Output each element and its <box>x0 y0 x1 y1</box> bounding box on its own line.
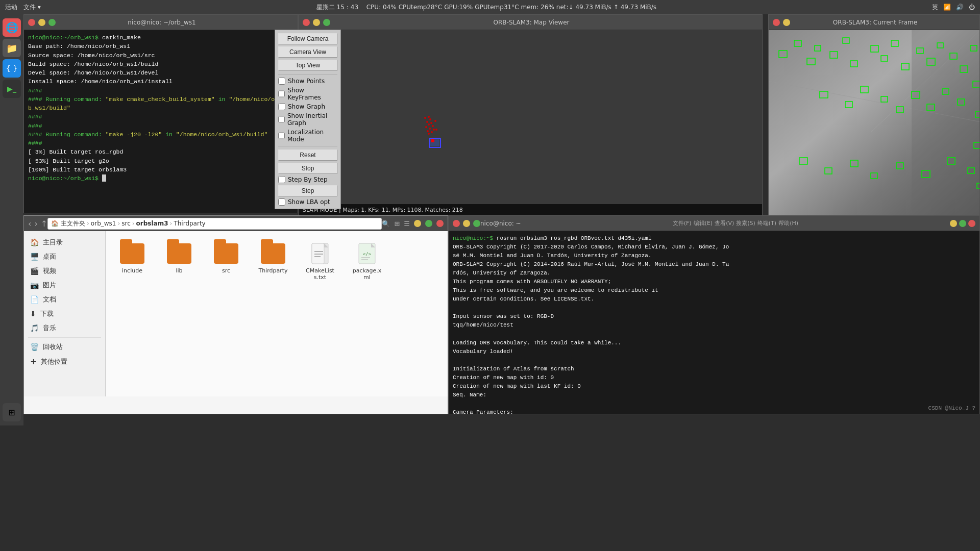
terminal2-menu-help[interactable]: 帮助(H) <box>778 219 798 227</box>
close-button-fm[interactable] <box>436 220 444 227</box>
file-manager-titlebar: ‹ › ↑ 🏠 主文件夹 › orb_ws1 › src › orbslam3 … <box>24 216 448 231</box>
power-icon[interactable]: ⏻ <box>969 4 975 11</box>
dock-item-browser[interactable]: 🌐 <box>3 18 21 37</box>
step-by-step-checkbox[interactable] <box>278 176 285 183</box>
file-manager-window: ‹ › ↑ 🏠 主文件夹 › orb_ws1 › src › orbslam3 … <box>23 215 448 414</box>
files-menu[interactable]: 文件 ▾ <box>23 3 41 12</box>
follow-camera-button[interactable]: Follow Camera <box>278 33 337 44</box>
reset-button[interactable]: Reset <box>278 149 337 161</box>
terminal2-menu-file[interactable]: 文件(F) <box>673 219 692 227</box>
terminal2-menu-terminal[interactable]: 终端(T) <box>757 219 776 227</box>
terminal2-menu-search[interactable]: 搜索(S) <box>736 219 755 227</box>
term-line-11: #### Running command: "make -j20 -l20" i… <box>28 130 293 139</box>
list-item[interactable]: Thirdparty <box>255 239 291 276</box>
camera-view-button[interactable]: Camera View <box>278 46 337 58</box>
sidebar-item-downloads[interactable]: ⬇️ 下载 <box>24 307 105 321</box>
sidebar-item-music[interactable]: 🎵 音乐 <box>24 321 105 335</box>
show-keyframes-checkbox[interactable] <box>278 90 285 97</box>
maximize-btn2[interactable] <box>959 220 966 227</box>
minimize-button-map-viewer[interactable] <box>313 19 320 26</box>
maximize-button-terminal-top[interactable] <box>48 19 56 26</box>
minimize-button-terminal-top[interactable] <box>38 19 45 26</box>
breadcrumb-orbslam3[interactable]: orbslam3 <box>136 220 168 227</box>
sidebar-item-documents[interactable]: 📄 文档 <box>24 292 105 307</box>
minimize-button-terminal-bottom[interactable] <box>463 220 470 227</box>
file-cmake-icon <box>308 241 332 266</box>
show-lba-opt-row: Show LBA opt <box>278 198 337 206</box>
step-button[interactable]: Step <box>278 185 337 196</box>
window-controls-current-frame <box>773 19 790 26</box>
sidebar-item-pictures[interactable]: 📷 图片 <box>24 278 105 292</box>
sidebar-item-trash[interactable]: 🗑️ 回收站 <box>24 340 105 354</box>
terminal-top-content[interactable]: nico@nico:~/orb_ws1$ catkin_make Base pa… <box>24 30 298 213</box>
close-button-current-frame[interactable] <box>773 19 780 26</box>
svg-point-15 <box>435 129 437 131</box>
dock-item-files[interactable]: 📁 <box>3 39 21 57</box>
svg-point-9 <box>433 129 435 131</box>
terminal2-menu-edit[interactable]: 编辑(E) <box>694 219 713 227</box>
terminal-bottom-titlebar: nico@nico: ~ 文件(F) 编辑(E) 查看(V) 搜索(S) 终端(… <box>449 216 979 231</box>
search-icon[interactable]: 🔍 <box>382 220 390 228</box>
sidebar-home-label: 主目录 <box>43 238 63 247</box>
breadcrumb-home[interactable]: 🏠 主文件夹 <box>51 219 85 228</box>
sidebar-item-desktop[interactable]: 🖥️ 桌面 <box>24 249 105 264</box>
lang-indicator[interactable]: 英 <box>932 3 938 12</box>
term-line-8: #### Running command: "make cmake_check_… <box>28 95 293 104</box>
minimize-btn2[interactable] <box>950 220 957 227</box>
t2-line-13: Creation of new map with id: 0 <box>453 373 975 382</box>
file-label-xml: package.xml <box>351 267 383 281</box>
current-frame-title: ORB-SLAM3: Current Frame <box>833 19 917 26</box>
svg-point-8 <box>429 128 431 130</box>
list-item[interactable]: </> package.xml <box>349 239 385 283</box>
show-points-checkbox[interactable] <box>278 78 285 85</box>
show-lba-opt-checkbox[interactable] <box>278 198 285 206</box>
localization-mode-checkbox[interactable] <box>278 132 285 139</box>
list-item[interactable]: include <box>114 239 151 276</box>
activities-label[interactable]: 活动 <box>5 3 17 12</box>
dock-item-grid[interactable]: ⊞ <box>3 403 21 421</box>
close-btn2[interactable] <box>968 220 975 227</box>
list-item[interactable]: lib <box>161 239 198 276</box>
terminal-icon: ▶_ <box>7 85 16 93</box>
list-item[interactable]: src <box>208 239 244 276</box>
nav-back-icon[interactable]: ‹ <box>28 219 31 229</box>
terminal-bottom-content[interactable]: nico@nico:~$ rosrun orbslam3 ros_rgbd OR… <box>449 231 979 414</box>
dock-item-terminal[interactable]: ▶_ <box>3 80 21 98</box>
videos-icon: 🎬 <box>30 267 39 275</box>
top-view-button[interactable]: Top View <box>278 60 337 71</box>
close-button-map-viewer[interactable] <box>303 19 310 26</box>
view-icon[interactable]: ⊞ <box>394 220 400 228</box>
terminal2-menu-view[interactable]: 查看(V) <box>715 219 734 227</box>
maximize-button-map-viewer[interactable] <box>323 19 330 26</box>
breadcrumb-orb-ws1[interactable]: orb_ws1 <box>91 220 116 227</box>
show-graph-label: Show Graph <box>288 103 325 110</box>
minimize-button-current-frame[interactable] <box>783 19 790 26</box>
breadcrumb-src[interactable]: src <box>121 220 131 227</box>
xml-file-svg: </> <box>355 241 379 266</box>
svg-point-10 <box>427 130 429 132</box>
dock-item-code[interactable]: { } <box>3 59 21 78</box>
sidebar-pictures-label: 图片 <box>43 281 56 290</box>
nav-forward-icon[interactable]: › <box>34 219 37 229</box>
svg-rect-19 <box>912 30 979 215</box>
sidebar-item-home[interactable]: 🏠 主目录 <box>24 235 105 249</box>
sidebar-item-other[interactable]: + 其他位置 <box>24 354 105 369</box>
t2-prompt-line: nico@nico:~$ rosrun orbslam3 ros_rgbd OR… <box>453 234 975 243</box>
t2-line-12: Initialization of Atlas from scratch <box>453 365 975 373</box>
breadcrumb-thirdparty[interactable]: Thirdparty <box>174 220 205 227</box>
sidebar-item-videos[interactable]: 🎬 视频 <box>24 264 105 278</box>
menu-icon[interactable]: ☰ <box>404 220 410 228</box>
volume-icon[interactable]: 🔊 <box>956 4 964 11</box>
list-item[interactable]: CMakeLists.txt <box>302 239 338 283</box>
wifi-icon[interactable]: 📶 <box>943 4 951 11</box>
minimize-button-fm[interactable] <box>414 220 421 227</box>
close-button-terminal-top[interactable] <box>28 19 35 26</box>
maximize-button-terminal-bottom[interactable] <box>473 220 480 227</box>
close-button-terminal-bottom[interactable] <box>453 220 460 227</box>
maximize-button-fm[interactable] <box>425 220 432 227</box>
show-graph-checkbox[interactable] <box>278 103 285 110</box>
nav-up-icon[interactable]: ↑ <box>41 219 47 229</box>
svg-point-5 <box>428 123 430 126</box>
stop-button[interactable]: Stop <box>278 163 337 174</box>
show-inertial-graph-checkbox[interactable] <box>278 116 285 123</box>
